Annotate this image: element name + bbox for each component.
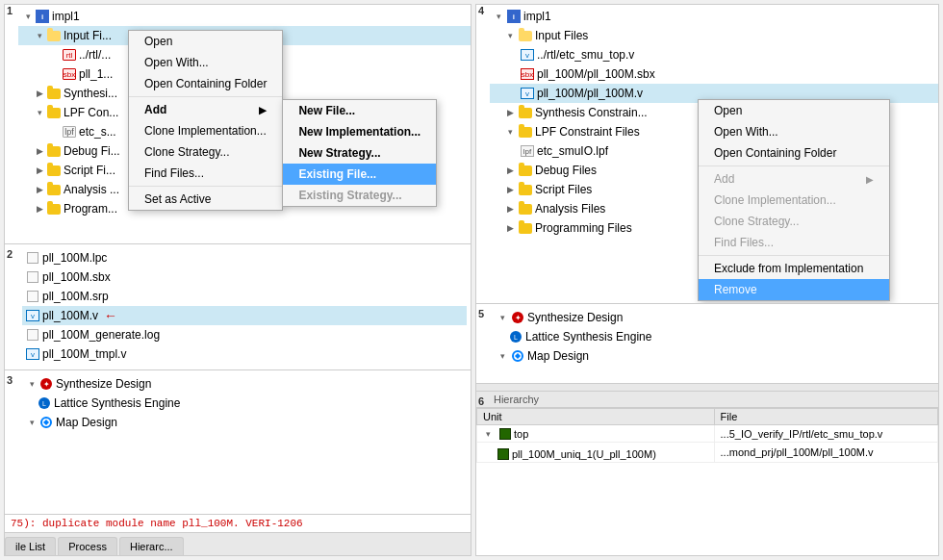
tab-file-list[interactable]: ile List xyxy=(5,537,56,555)
expand-icon: ▶ xyxy=(34,145,45,157)
submenu-existing-strategy[interactable]: Existing Strategy... xyxy=(283,185,436,206)
menu-item-open-with[interactable]: Open With... xyxy=(129,52,282,73)
submenu-existing-file[interactable]: Existing File... xyxy=(283,164,436,185)
menu-item-open[interactable]: Open xyxy=(129,31,282,52)
folder-icon xyxy=(47,87,61,100)
v-file-icon: rtl xyxy=(63,48,76,62)
section-1: 1 ▾ i impl1 ▾ Input Fi... rtl ../rtl/... xyxy=(5,5,471,243)
add-submenu: New File... New Implementation... New St… xyxy=(282,99,437,207)
menu-item-open-containing[interactable]: Open Containing Folder xyxy=(129,73,282,94)
tree-label: Analysis ... xyxy=(64,183,119,196)
text-icon xyxy=(26,251,39,265)
svg-text:L: L xyxy=(42,400,46,407)
tree-item-input-r[interactable]: ▾ Input Files xyxy=(490,26,938,45)
v-file-icon: v xyxy=(26,347,39,361)
file-label: pll_100M_tmpl.v xyxy=(42,347,126,361)
expand-icon: ▾ xyxy=(26,417,38,428)
expand-icon xyxy=(49,68,61,80)
map-design[interactable]: ▾ Map Design xyxy=(22,413,467,432)
tree-label: Synthesis Constrain... xyxy=(535,106,648,119)
submenu-arrow: ▶ xyxy=(866,174,874,185)
file-item-srp[interactable]: pll_100M.srp xyxy=(22,287,467,306)
submenu-arrow: ▶ xyxy=(259,105,267,115)
tab-process[interactable]: Process xyxy=(58,537,117,555)
tree-label: pll_1... xyxy=(79,67,113,81)
menu-item-set-active[interactable]: Set as Active xyxy=(129,189,282,210)
tree-item-impl1-r[interactable]: ▾ i impl1 xyxy=(490,7,938,26)
v-file-icon: v xyxy=(521,48,534,62)
text-icon xyxy=(26,290,39,303)
file-label: pll_100M_generate.log xyxy=(42,328,160,342)
expand-icon: ▾ xyxy=(497,350,509,362)
tree-label: pll_100M/pll_100M.sbx xyxy=(537,67,655,81)
folder-icon xyxy=(519,221,532,235)
lpf-icon: lpf xyxy=(521,144,534,158)
tree-label: Debug Files xyxy=(535,164,597,177)
menu-item-clone-impl[interactable]: Clone Implementation... xyxy=(129,120,282,141)
scroll-h[interactable] xyxy=(476,383,938,391)
v-file-icon: v xyxy=(26,309,39,322)
submenu-new-impl[interactable]: New Implementation... xyxy=(283,121,436,142)
separator xyxy=(699,255,889,256)
file-item-sbx[interactable]: pll_100M.sbx xyxy=(22,267,467,287)
text-icon: lpf xyxy=(63,125,76,139)
menu-item-add-r[interactable]: Add ▶ xyxy=(699,168,889,190)
expand-icon: ▾ xyxy=(26,378,38,390)
menu-item-clone-strategy[interactable]: Clone Strategy... xyxy=(129,141,282,163)
menu-item-find-files[interactable]: Find Files... xyxy=(129,163,282,184)
lattice-label: Lattice Synthesis Engine xyxy=(54,396,180,410)
file-item-lpc[interactable]: pll_100M.lpc xyxy=(22,248,467,267)
menu-item-open-with-r[interactable]: Open With... xyxy=(699,121,889,142)
folder-icon xyxy=(47,202,61,216)
synthesize-design[interactable]: ▾ ✦ Synthesize Design xyxy=(22,374,467,394)
impl-icon: i xyxy=(507,10,521,23)
tree-label: Programming Files xyxy=(535,221,632,235)
table-row[interactable]: ▾ top ...5_IO_verify_IP/rtl/etc_smu_top.… xyxy=(476,425,937,443)
folder-icon xyxy=(47,144,61,158)
section-6-number: 6 xyxy=(478,395,484,407)
expand-icon: ▶ xyxy=(505,107,517,118)
error-text: 75): duplicate module name pll_100M. VER… xyxy=(11,518,303,529)
expand-icon: ▾ xyxy=(22,11,34,22)
menu-item-remove[interactable]: Remove xyxy=(699,279,889,300)
folder-icon xyxy=(47,106,61,119)
tree-item-rtl-r[interactable]: v ../rtl/etc_smu_top.v xyxy=(490,45,938,64)
tree-label: Input Fi... xyxy=(64,29,112,42)
expand-icon: ▾ xyxy=(34,107,45,118)
section-5: 5 ▾ ✦ Synthesize Design L Lattice Synthe… xyxy=(476,304,938,391)
menu-item-open-r[interactable]: Open xyxy=(699,100,889,121)
tree-item-sbx-r[interactable]: sbx pll_100M/pll_100M.sbx xyxy=(490,64,938,84)
file-item-log[interactable]: pll_100M_generate.log xyxy=(22,325,467,344)
map-design-r[interactable]: ▾ Map Design xyxy=(494,346,934,366)
synthesize-design-r[interactable]: ▾ ✦ Synthesize Design xyxy=(494,308,934,327)
expand-icon: ▶ xyxy=(505,203,517,215)
expand-icon: ▾ xyxy=(483,428,495,440)
menu-item-find-files-r[interactable]: Find Files... xyxy=(699,232,889,253)
text-icon xyxy=(26,270,39,284)
menu-item-clone-impl-r[interactable]: Clone Implementation... xyxy=(699,190,889,211)
menu-item-open-containing-r[interactable]: Open Containing Folder xyxy=(699,142,889,164)
file-item-tmpl-v[interactable]: v pll_100M_tmpl.v xyxy=(22,344,467,364)
synthesize-label: Synthesize Design xyxy=(527,311,623,324)
folder-icon xyxy=(519,164,532,177)
tab-hierarchy[interactable]: Hierarc... xyxy=(119,537,184,555)
tree-item-impl1[interactable]: ▾ i impl1 xyxy=(18,7,471,26)
submenu-new-file[interactable]: New File... xyxy=(283,100,436,121)
map-icon xyxy=(511,349,524,363)
menu-item-exclude[interactable]: Exclude from Implementation xyxy=(699,258,889,279)
right-context-menu: Open Open With... Open Containing Folder… xyxy=(698,99,890,301)
svg-text:✦: ✦ xyxy=(43,380,50,389)
chip-icon xyxy=(499,428,511,440)
tree-label: LPF Con... xyxy=(64,106,118,119)
lattice-engine[interactable]: L Lattice Synthesis Engine xyxy=(22,394,467,413)
menu-item-clone-strategy-r[interactable]: Clone Strategy... xyxy=(699,211,889,232)
section-4: 4 ▾ i impl1 ▾ Input Files v ../rtl/etc_s… xyxy=(476,5,938,303)
file-item-v[interactable]: v pll_100M.v ← xyxy=(22,306,467,325)
submenu-new-strategy[interactable]: New Strategy... xyxy=(283,142,436,164)
table-row[interactable]: pll_100M_uniq_1(U_pll_100M) ...mond_prj/… xyxy=(476,443,937,463)
lattice-engine-r[interactable]: L Lattice Synthesis Engine xyxy=(494,327,934,346)
menu-item-add[interactable]: Add ▶ New File... New Implementation... … xyxy=(129,99,282,120)
map-label: Map Design xyxy=(527,349,589,363)
expand-icon: ▶ xyxy=(505,222,517,234)
v-file-icon: v xyxy=(521,87,534,100)
